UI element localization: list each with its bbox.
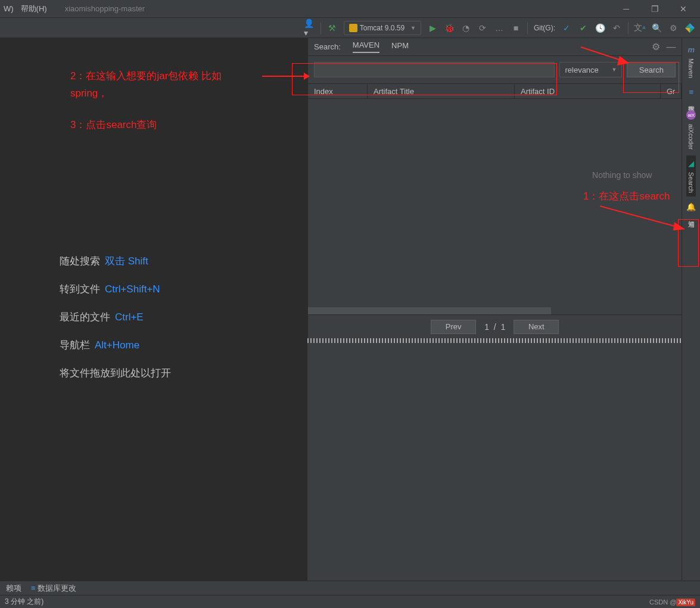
horizontal-scrollbar[interactable] — [308, 307, 682, 314]
run-config-label: Tomcat 9.0.59 — [360, 24, 405, 32]
main-area: 2：在这输入想要的jar包依赖 比如 spring， 3：点击search查询 … — [0, 38, 700, 581]
nothing-to-show: Nothing to show — [592, 170, 652, 180]
col-index[interactable]: Index — [308, 84, 368, 98]
separator — [628, 22, 629, 34]
profile-icon[interactable]: ⟳ — [477, 23, 488, 33]
status-left: 3 分钟 之前) — [5, 597, 43, 607]
nav-hint-navbar: 导航栏Alt+Home — [60, 338, 171, 352]
results-table-header: Index Artifact Title Artifact ID Gr — [308, 83, 682, 99]
tomcat-icon — [349, 24, 357, 32]
annotation-step1: 1：在这点击search — [583, 188, 670, 205]
arrow-step1-icon — [597, 203, 686, 233]
menu-truncated: W) — [4, 4, 14, 13]
attach-icon[interactable]: … — [494, 23, 505, 33]
search-header: Search: MAVEN NPM ⚙ — — [308, 38, 682, 56]
translate-icon[interactable]: 文A — [634, 23, 645, 33]
git-commit-icon[interactable]: ✔ — [578, 23, 589, 33]
annotation-step3: 3：点击search查询 — [70, 117, 157, 134]
hammer-icon[interactable]: ⚒ — [327, 23, 338, 33]
bell-icon: 🔔 — [686, 202, 696, 211]
pager: Prev 1 / 1 Next — [308, 314, 682, 338]
debug-icon[interactable]: 🐞 — [444, 23, 455, 33]
close-button[interactable]: ✕ — [677, 4, 689, 14]
sort-value: relevance — [565, 66, 598, 74]
bottom-item-db-changes[interactable]: ≡ 数据库更改 — [31, 583, 76, 594]
run-config-select[interactable]: Tomcat 9.0.59 ▼ — [344, 21, 421, 35]
user-icon[interactable]: 👤▾ — [304, 23, 315, 33]
watermark: CSDN @XikYu — [649, 598, 695, 606]
search-input[interactable] — [314, 62, 555, 77]
gear-icon[interactable]: ⚙ — [652, 41, 660, 52]
maximize-button[interactable]: ❐ — [649, 4, 661, 14]
scrollbar-thumb[interactable] — [308, 307, 551, 314]
search-button[interactable]: Search — [627, 62, 676, 77]
tab-maven[interactable]: MAVEN — [353, 40, 379, 53]
navigation-hints: 随处搜索双击 Shift 转到文件Ctrl+Shift+N 最近的文件Ctrl+… — [60, 254, 171, 394]
run-icon[interactable]: ▶ — [427, 23, 438, 33]
main-toolbar: 👤▾ ⚒ Tomcat 9.0.59 ▼ ▶ 🐞 ◔ ⟳ … ■ Git(G):… — [0, 18, 700, 38]
col-artifact-id[interactable]: Artifact ID — [515, 84, 661, 98]
menu-help[interactable]: 帮助(H) — [21, 4, 47, 14]
page-indicator: 1 / 1 — [484, 322, 505, 332]
editor-empty-pane: 2：在这输入想要的jar包依赖 比如 spring， 3：点击search查询 … — [0, 38, 307, 581]
git-label: Git(G): — [534, 24, 555, 32]
nav-hint-recent-files: 最近的文件Ctrl+E — [60, 310, 171, 324]
sidebar-item-aixcoder[interactable]: aiX aiXcoder — [685, 107, 697, 153]
annotation-step2: 2：在这输入想要的jar包依赖 比如 spring， — [70, 68, 222, 102]
chevron-down-icon: ▼ — [612, 67, 617, 73]
titlebar: W) 帮助(H) xiaomishopping-master ─ ❐ ✕ — [0, 0, 700, 18]
git-history-icon[interactable]: 🕓 — [595, 23, 605, 33]
col-artifact-title[interactable]: Artifact Title — [368, 84, 515, 98]
aixcoder-icon: aiX — [686, 110, 696, 120]
tab-npm[interactable]: NPM — [391, 41, 409, 52]
separator — [321, 22, 321, 34]
svg-line-2 — [600, 206, 677, 227]
nav-hint-search-everywhere: 随处搜索双击 Shift — [60, 254, 171, 268]
empty-panel — [307, 343, 682, 581]
prev-button[interactable]: Prev — [431, 320, 476, 334]
search-tool-window: Search: MAVEN NPM ⚙ — relevance ▼ Search… — [307, 38, 682, 581]
project-name: xiaomishopping-master — [65, 4, 145, 13]
search-panel: Search: MAVEN NPM ⚙ — relevance ▼ Search… — [307, 38, 682, 338]
col-group[interactable]: Gr — [661, 84, 682, 98]
minimize-button[interactable]: ─ — [620, 4, 632, 14]
database-icon: ≡ — [689, 88, 693, 96]
chevron-down-icon: ▼ — [410, 25, 416, 31]
settings-icon[interactable]: ⚙ — [668, 23, 679, 33]
next-button[interactable]: Next — [514, 320, 559, 334]
sidebar-item-maven[interactable]: m Maven — [686, 42, 696, 82]
maven-icon: m — [687, 45, 695, 54]
nav-hint-drop: 将文件拖放到此处以打开 — [60, 366, 171, 380]
sort-select[interactable]: relevance ▼ — [559, 62, 622, 77]
git-rollback-icon[interactable]: ↶ — [611, 23, 622, 33]
search-label: Search: — [314, 42, 341, 51]
bottom-item-dependencies[interactable]: 赖项 — [6, 583, 21, 594]
arrow-step2-icon — [262, 68, 310, 86]
search-icon[interactable]: 🔍 — [651, 23, 662, 33]
coverage-icon[interactable]: ◔ — [461, 23, 471, 33]
separator — [527, 22, 528, 34]
search-tool-icon: ◢ — [688, 159, 694, 168]
sidebar-item-search[interactable]: ◢ Search — [686, 155, 696, 197]
git-update-icon[interactable]: ✓ — [561, 23, 572, 33]
stop-icon[interactable]: ■ — [511, 23, 521, 33]
search-row: relevance ▼ Search — [308, 56, 682, 83]
nav-hint-goto-file: 转到文件Ctrl+Shift+N — [60, 282, 171, 296]
sidebar-item-notifications[interactable]: 🔔 通知 — [685, 199, 697, 219]
right-tool-sidebar: m Maven ≡ 数据库 aiX aiXcoder ◢ Search 🔔 通知 — [682, 38, 700, 581]
window-controls: ─ ❐ ✕ — [620, 4, 696, 14]
status-bar: 3 分钟 之前) CSDN @XikYu — [0, 595, 700, 608]
plugin-icon[interactable] — [685, 23, 695, 33]
sidebar-item-database[interactable]: ≡ 数据库 — [686, 84, 697, 104]
resize-handle[interactable] — [307, 338, 682, 343]
results-table-body: Nothing to show 1：在这点击search — [308, 99, 682, 307]
minimize-panel-icon[interactable]: — — [666, 42, 676, 52]
bottom-tool-bar: 赖项 ≡ 数据库更改 — [0, 581, 700, 595]
